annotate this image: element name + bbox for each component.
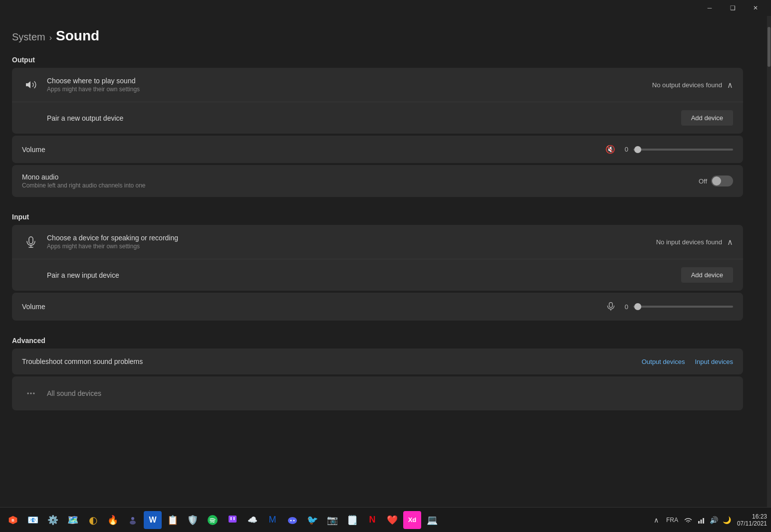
taskbar-icon-tasks[interactable]: 📋 (164, 511, 182, 529)
input-section-heading: Input (12, 213, 743, 221)
input-choose-right: No input devices found ∧ (656, 237, 733, 247)
output-pair-right: Add device (681, 110, 733, 126)
svg-point-11 (131, 517, 134, 520)
taskbar-icon-notebook[interactable]: 🗒️ (343, 511, 361, 529)
mic-volume-icon[interactable] (606, 302, 615, 312)
output-volume-label: Volume (22, 146, 605, 154)
advanced-troubleshoot-card: Troubleshoot common sound problems Outpu… (12, 349, 743, 374)
input-add-device-button[interactable]: Add device (681, 267, 733, 283)
taskbar-icon-discord[interactable] (283, 511, 301, 529)
output-choose-device-row[interactable]: Choose where to play sound Apps might ha… (12, 68, 743, 102)
input-choose-text: Choose a device for speaking or recordin… (47, 234, 656, 250)
taskbar-icon-brave[interactable]: B (4, 511, 22, 529)
tray-lang-icon[interactable]: FRA (664, 515, 680, 525)
page-title: Sound (56, 28, 99, 44)
scrollbar-thumb[interactable] (768, 27, 771, 67)
taskbar-icon-instagram[interactable]: 📷 (323, 511, 341, 529)
main-area: System › Sound Output Choose where to pl… (0, 16, 771, 507)
output-pair-text: Pair a new output device (47, 114, 681, 122)
system-clock[interactable]: 16:23 07/11/2021 (737, 513, 767, 527)
svg-rect-20 (698, 521, 700, 524)
output-volume-slider[interactable] (633, 149, 733, 151)
mono-audio-toggle[interactable] (711, 176, 733, 186)
input-devices-link[interactable]: Input devices (695, 358, 733, 365)
svg-point-12 (130, 521, 136, 525)
taskbar-icon-settings[interactable]: ⚙️ (44, 511, 62, 529)
scrollbar[interactable] (767, 16, 771, 507)
input-volume-label: Volume (22, 303, 606, 311)
output-add-device-button[interactable]: Add device (681, 110, 733, 126)
taskbar-icon-maps[interactable]: 🗺️ (64, 511, 82, 529)
output-devices-link[interactable]: Output devices (642, 358, 685, 365)
svg-marker-0 (26, 81, 30, 88)
taskbar: B 📧 ⚙️ 🗺️ ◐ 🔥 W 📋 🛡️ ☁️ M 🐦 📷 🗒️ N ❤️ Xd… (0, 507, 771, 532)
all-sound-devices-text: All sound devices (47, 389, 733, 397)
breadcrumb-parent[interactable]: System (12, 31, 45, 43)
taskbar-icon-xd[interactable]: Xd (403, 511, 421, 529)
svg-point-17 (288, 517, 297, 524)
mono-audio-row: Mono audio Combine left and right audio … (12, 165, 743, 197)
microphone-icon (22, 233, 40, 251)
input-pair-text: Pair a new input device (47, 271, 681, 279)
mute-icon[interactable]: 🔇 (605, 145, 615, 154)
svg-point-8 (33, 392, 34, 394)
taskbar-icon-mattermost[interactable]: M (263, 511, 281, 529)
input-choose-device-row[interactable]: Choose a device for speaking or recordin… (12, 225, 743, 259)
all-sound-devices-row[interactable]: All sound devices (12, 376, 743, 410)
input-chevron-icon[interactable]: ∧ (727, 237, 733, 247)
output-section-heading: Output (12, 56, 743, 64)
svg-point-6 (27, 392, 29, 394)
tray-volume-icon[interactable]: 🔊 (709, 515, 719, 525)
taskbar-icon-browser[interactable]: ◐ (84, 511, 102, 529)
mono-audio-subtitle: Combine left and right audio channels in… (22, 182, 699, 189)
close-button[interactable]: ✕ (744, 0, 767, 16)
input-choose-subtitle: Apps might have their own settings (47, 243, 656, 250)
title-bar: ─ ❑ ✕ (0, 0, 771, 16)
input-volume-slider[interactable] (633, 306, 733, 308)
input-choose-title: Choose a device for speaking or recordin… (47, 234, 656, 242)
taskbar-icon-netflix[interactable]: N (363, 511, 381, 529)
tray-wifi-icon[interactable] (683, 515, 693, 525)
output-volume-card: Volume 🔇 0 (12, 136, 743, 163)
output-choose-title: Choose where to play sound (47, 77, 652, 85)
input-pair-device-row: Pair a new input device Add device (12, 259, 743, 291)
output-pair-label: Pair a new output device (47, 114, 681, 122)
output-no-devices-text: No output devices found (652, 81, 722, 89)
breadcrumb-separator: › (49, 33, 52, 42)
troubleshoot-label: Troubleshoot common sound problems (22, 357, 642, 365)
input-volume-card: Volume 0 (12, 293, 743, 321)
taskbar-icon-shield[interactable]: 🛡️ (184, 511, 202, 529)
taskbar-icon-word[interactable]: W (144, 511, 162, 529)
taskbar-icon-twitter[interactable]: 🐦 (303, 511, 321, 529)
clock-time: 16:23 (752, 513, 767, 520)
output-chevron-icon[interactable]: ∧ (727, 80, 733, 90)
taskbar-icon-teams[interactable] (124, 511, 142, 529)
output-pair-device-row: Pair a new output device Add device (12, 102, 743, 134)
tray-network-icon[interactable] (696, 515, 706, 525)
taskbar-icon-soundcloud[interactable]: ☁️ (244, 511, 261, 529)
output-volume-row: Volume 🔇 0 (12, 136, 743, 163)
input-no-devices-text: No input devices found (656, 238, 722, 246)
input-volume-controls: 0 (606, 302, 733, 312)
mono-audio-toggle-container: Off (699, 176, 733, 186)
troubleshoot-links: Output devices Input devices (642, 358, 733, 365)
svg-rect-22 (703, 518, 704, 524)
maximize-button[interactable]: ❑ (721, 0, 744, 16)
taskbar-icon-heart[interactable]: ❤️ (383, 511, 401, 529)
taskbar-icon-fire[interactable]: 🔥 (104, 511, 122, 529)
taskbar-icon-spotify[interactable] (204, 511, 222, 529)
all-devices-icon (22, 384, 40, 402)
minimize-button[interactable]: ─ (698, 0, 721, 16)
taskbar-icon-twitch[interactable] (224, 511, 242, 529)
output-volume-value: 0 (620, 146, 628, 153)
mono-audio-text: Mono audio Combine left and right audio … (22, 173, 699, 189)
output-choose-device-card: Choose where to play sound Apps might ha… (12, 68, 743, 134)
taskbar-icon-mail[interactable]: 📧 (24, 511, 42, 529)
output-choose-text: Choose where to play sound Apps might ha… (47, 77, 652, 93)
taskbar-icon-app[interactable]: 💻 (423, 511, 441, 529)
input-volume-row: Volume 0 (12, 293, 743, 321)
svg-text:B: B (11, 518, 14, 523)
tray-chevron-icon[interactable]: ∧ (651, 515, 661, 525)
tray-moon-icon[interactable]: 🌙 (722, 515, 732, 525)
output-slider-thumb (634, 146, 641, 153)
